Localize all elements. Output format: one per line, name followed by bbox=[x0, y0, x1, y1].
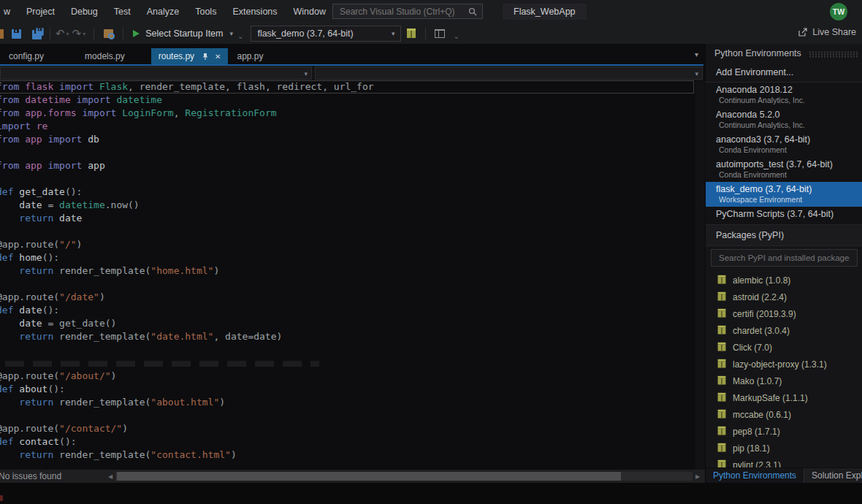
code-line[interactable]: from datetime import datetime bbox=[0, 93, 694, 107]
code-line[interactable]: return render_template("home.html") bbox=[0, 264, 694, 278]
code-line[interactable]: return render_template("contact.html") bbox=[0, 448, 694, 462]
code-line[interactable]: return render_template("about.html") bbox=[0, 396, 694, 409]
pin-icon[interactable] bbox=[202, 53, 209, 61]
new-project-icon[interactable] bbox=[0, 29, 4, 39]
package-search-box[interactable] bbox=[711, 249, 858, 267]
code-line[interactable]: from flask import Flask, render_template… bbox=[0, 80, 694, 93]
code-line[interactable]: def contact(): bbox=[0, 435, 694, 448]
code-editor[interactable]: from flask import Flask, render_template… bbox=[0, 80, 694, 470]
package-manager-icon[interactable] bbox=[407, 31, 416, 38]
menu-item-project[interactable]: Project bbox=[18, 7, 63, 17]
code-line[interactable] bbox=[0, 278, 694, 291]
undo-dropdown-caret[interactable]: ▾ bbox=[66, 31, 69, 37]
package-item[interactable]: Click (7.0) bbox=[706, 339, 862, 356]
code-line[interactable]: return date bbox=[0, 212, 694, 225]
toolbar-overflow-icon[interactable]: ⌄ bbox=[453, 32, 459, 40]
env-item[interactable]: Anaconda 5.2.0Continuum Analytics, Inc. bbox=[706, 107, 862, 132]
code-line[interactable] bbox=[0, 356, 694, 370]
code-line[interactable]: return render_template("date.html", date… bbox=[0, 330, 694, 343]
scrollbar-thumb[interactable] bbox=[117, 472, 621, 481]
env-item[interactable]: anaconda3 (3.7, 64-bit)Conda Environment bbox=[706, 132, 862, 157]
code-line[interactable] bbox=[0, 409, 694, 422]
code-line[interactable] bbox=[0, 343, 694, 356]
package-label: lazy-object-proxy (1.3.1) bbox=[733, 359, 827, 370]
menu-item-extensions[interactable]: Extensions bbox=[224, 7, 285, 17]
tab-routes.py[interactable]: routes.py✕ bbox=[151, 48, 229, 64]
live-share-button[interactable]: Live Share bbox=[798, 27, 856, 37]
package-item[interactable]: pep8 (1.7.1) bbox=[706, 423, 862, 440]
quick-search-input[interactable] bbox=[338, 6, 468, 18]
tab-config.py[interactable]: config.py bbox=[0, 48, 53, 64]
environment-combo-value: flask_demo (3.7, 64-bit) bbox=[257, 28, 353, 39]
env-item[interactable]: autoimports_test (3.7, 64-bit)Conda Envi… bbox=[706, 157, 862, 182]
code-line[interactable]: date = get_date() bbox=[0, 317, 694, 330]
env-item[interactable]: PyCharm Scripts (3.7, 64-bit) bbox=[706, 207, 862, 225]
redo-icon[interactable]: ↷ bbox=[72, 28, 82, 39]
package-item[interactable]: alembic (1.0.8) bbox=[706, 272, 862, 289]
menu-item-test[interactable]: Test bbox=[106, 7, 139, 17]
menu-item-w[interactable]: w bbox=[0, 7, 18, 17]
quick-search-box[interactable] bbox=[332, 4, 483, 19]
code-line[interactable]: from app import db bbox=[0, 133, 694, 146]
code-line[interactable] bbox=[0, 225, 694, 238]
menu-item-analyze[interactable]: Analyze bbox=[139, 7, 187, 17]
code-line[interactable]: from app.forms import LoginForm, Registr… bbox=[0, 107, 694, 120]
start-debug-button[interactable]: Select Startup Item ▾ bbox=[129, 28, 233, 39]
undo-icon[interactable]: ↶ bbox=[56, 28, 65, 39]
code-line[interactable]: @app.route("/") bbox=[0, 238, 694, 251]
env-item[interactable]: flask_demo (3.7, 64-bit)Workspace Enviro… bbox=[706, 182, 862, 207]
package-item[interactable]: pip (18.1) bbox=[706, 440, 862, 457]
code-line[interactable]: def date(): bbox=[0, 304, 694, 317]
code-line[interactable] bbox=[0, 146, 694, 159]
save-all-icon[interactable] bbox=[28, 28, 41, 39]
menu-item-tools[interactable]: Tools bbox=[187, 7, 224, 17]
panel-tab-solution-explorer[interactable]: Solution Explorer bbox=[804, 468, 862, 483]
env-item[interactable]: Anaconda 2018.12Continuum Analytics, Inc… bbox=[706, 83, 862, 107]
code-line[interactable] bbox=[0, 172, 694, 186]
code-line[interactable]: import re bbox=[0, 120, 694, 133]
code-line[interactable]: date = datetime.now() bbox=[0, 199, 694, 212]
close-icon[interactable]: ✕ bbox=[215, 53, 221, 61]
live-share-label: Live Share bbox=[812, 27, 856, 37]
package-item[interactable]: lazy-object-proxy (1.3.1) bbox=[706, 356, 862, 373]
code-line[interactable]: @app.route("/contact/") bbox=[0, 422, 694, 435]
save-icon[interactable] bbox=[12, 29, 21, 39]
code-line[interactable]: @app.route("/about/") bbox=[0, 370, 694, 383]
code-line[interactable]: def home(): bbox=[0, 251, 694, 264]
tab-overflow-icon[interactable]: ▾ bbox=[695, 50, 698, 58]
horizontal-scrollbar[interactable] bbox=[115, 472, 693, 481]
scroll-right-arrow[interactable]: ▶ bbox=[695, 473, 700, 480]
menu-item-window[interactable]: Window bbox=[286, 7, 334, 17]
live-share-icon bbox=[798, 28, 808, 37]
avatar[interactable]: TW bbox=[830, 3, 847, 20]
vertical-scrollbar[interactable] bbox=[695, 80, 705, 470]
code-line[interactable]: @app.route("/date") bbox=[0, 291, 694, 304]
tab-models.py[interactable]: models.py bbox=[76, 48, 134, 64]
code-line[interactable]: from app import app bbox=[0, 159, 694, 172]
nav-project-dropdown[interactable]: ▾ bbox=[0, 66, 312, 80]
menu-item-debug[interactable]: Debug bbox=[63, 7, 106, 17]
panel-title-bar[interactable]: Python Environments bbox=[706, 44, 862, 63]
panel-tab-python-environments[interactable]: Python Environments bbox=[706, 468, 804, 483]
tab-app.py[interactable]: app.py bbox=[228, 48, 272, 64]
add-environment-link[interactable]: Add Environment... bbox=[706, 63, 862, 82]
package-item[interactable]: pylint (2.3.1) bbox=[706, 457, 862, 468]
find-in-files-icon[interactable] bbox=[104, 29, 113, 38]
toolbar-overflow-icon[interactable]: ⌄ bbox=[237, 32, 243, 40]
toolbar-separator bbox=[94, 28, 94, 39]
redo-dropdown-caret[interactable]: ▾ bbox=[83, 31, 85, 37]
window-layout-icon[interactable] bbox=[435, 29, 445, 38]
package-item[interactable]: Mako (1.0.7) bbox=[706, 373, 862, 389]
package-search-input[interactable] bbox=[717, 253, 851, 263]
package-item[interactable]: chardet (3.0.4) bbox=[706, 322, 862, 339]
package-item[interactable]: MarkupSafe (1.1.1) bbox=[706, 389, 862, 406]
package-item[interactable]: certifi (2019.3.9) bbox=[706, 305, 862, 322]
package-item[interactable]: mccabe (0.6.1) bbox=[706, 406, 862, 423]
code-line[interactable]: def about(): bbox=[0, 383, 694, 396]
nav-member-dropdown[interactable]: ▾ bbox=[315, 66, 703, 80]
package-item[interactable]: astroid (2.2.4) bbox=[706, 289, 862, 305]
code-line[interactable]: def get_date(): bbox=[0, 186, 694, 199]
packages-source-dropdown[interactable]: Packages (PyPI) bbox=[706, 224, 862, 246]
environment-combobox[interactable]: flask_demo (3.7, 64-bit) ▾ bbox=[251, 26, 401, 42]
scroll-left-arrow[interactable]: ◀ bbox=[108, 473, 112, 480]
